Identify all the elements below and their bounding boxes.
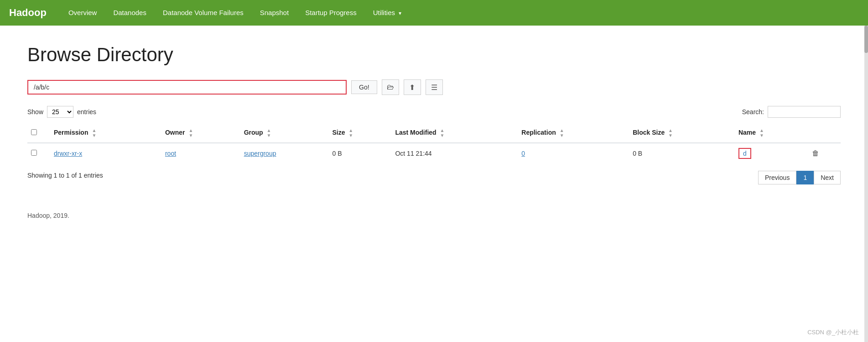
row-replication: 0 bbox=[518, 143, 629, 163]
permission-sort-arrows: ▲▼ bbox=[92, 128, 96, 138]
row-owner: root bbox=[161, 143, 240, 163]
row-checkbox[interactable] bbox=[31, 150, 37, 156]
nav-item-datanodes[interactable]: Datanodes bbox=[105, 0, 155, 26]
name-sort-arrows: ▲▼ bbox=[759, 128, 764, 138]
path-input[interactable] bbox=[27, 80, 347, 95]
search-input[interactable] bbox=[768, 106, 841, 118]
replication-link[interactable]: 0 bbox=[521, 150, 525, 157]
folder-icon-button[interactable]: 🗁 bbox=[382, 79, 399, 95]
scroll-thumb[interactable] bbox=[864, 26, 868, 53]
row-last-modified: Oct 11 21:44 bbox=[391, 143, 518, 163]
select-all-checkbox[interactable] bbox=[31, 129, 37, 135]
header-permission[interactable]: Permission ▲▼ bbox=[50, 123, 161, 143]
page-1-button[interactable]: 1 bbox=[796, 171, 814, 184]
header-block-size[interactable]: Block Size ▲▼ bbox=[629, 123, 735, 143]
row-sort-cell bbox=[41, 143, 50, 163]
header-replication[interactable]: Replication ▲▼ bbox=[518, 123, 629, 143]
row-name: d bbox=[735, 143, 808, 163]
previous-button[interactable]: Previous bbox=[758, 171, 796, 184]
nav-item-utilities[interactable]: Utilities ▾ bbox=[365, 0, 401, 26]
row-permission: drwxr-xr-x bbox=[50, 143, 161, 163]
go-button[interactable]: Go! bbox=[351, 80, 377, 94]
row-group: supergroup bbox=[240, 143, 329, 163]
upload-icon: ⬆ bbox=[409, 83, 415, 92]
block-size-sort-arrows: ▲▼ bbox=[668, 128, 673, 138]
search-right: Search: bbox=[742, 106, 841, 118]
show-entries-row: Show 10 25 50 100 entries Search: bbox=[27, 106, 841, 118]
header-row: Permission ▲▼ Owner ▲▼ Group ▲▼ Size ▲▼ … bbox=[27, 123, 841, 143]
nav-item-startup-progress[interactable]: Startup Progress bbox=[297, 0, 365, 26]
nav-item-snapshot[interactable]: Snapshot bbox=[252, 0, 297, 26]
header-size[interactable]: Size ▲▼ bbox=[328, 123, 391, 143]
show-left: Show 10 25 50 100 entries bbox=[27, 106, 96, 118]
size-sort-arrows: ▲▼ bbox=[348, 128, 353, 138]
delete-icon[interactable]: 🗑 bbox=[812, 149, 819, 157]
owner-sort-arrows: ▲▼ bbox=[188, 128, 193, 138]
navbar-brand[interactable]: Hadoop bbox=[9, 7, 47, 19]
replication-sort-arrows: ▲▼ bbox=[560, 128, 564, 138]
header-checkbox-cell bbox=[27, 123, 41, 143]
header-actions bbox=[808, 123, 841, 143]
next-button[interactable]: Next bbox=[814, 171, 841, 184]
table-row: drwxr-xr-x root supergroup 0 B Oct 11 21… bbox=[27, 143, 841, 163]
showing-text: Showing 1 to 1 of 1 entries bbox=[27, 172, 103, 179]
path-row: Go! 🗁 ⬆ ☰ bbox=[27, 79, 841, 95]
group-sort-arrows: ▲▼ bbox=[267, 128, 271, 138]
header-owner[interactable]: Owner ▲▼ bbox=[161, 123, 240, 143]
owner-link[interactable]: root bbox=[165, 150, 176, 157]
header-name[interactable]: Name ▲▼ bbox=[735, 123, 808, 143]
navbar: Hadoop Overview Datanodes Datanode Volum… bbox=[0, 0, 868, 26]
folder-icon: 🗁 bbox=[387, 83, 394, 91]
table-body: drwxr-xr-x root supergroup 0 B Oct 11 21… bbox=[27, 143, 841, 163]
nav-item-overview[interactable]: Overview bbox=[60, 0, 105, 26]
footer: Hadoop, 2019. bbox=[27, 212, 841, 219]
table-header: Permission ▲▼ Owner ▲▼ Group ▲▼ Size ▲▼ … bbox=[27, 123, 841, 143]
search-label: Search: bbox=[742, 108, 764, 116]
row-size: 0 B bbox=[328, 143, 391, 163]
name-link[interactable]: d bbox=[738, 148, 751, 159]
page-title: Browse Directory bbox=[27, 44, 841, 66]
upload-icon-button[interactable]: ⬆ bbox=[404, 79, 421, 95]
permission-link[interactable]: drwxr-xr-x bbox=[54, 150, 82, 157]
group-link[interactable]: supergroup bbox=[244, 150, 276, 157]
row-block-size: 0 B bbox=[629, 143, 735, 163]
row-delete-cell: 🗑 bbox=[808, 143, 841, 163]
utilities-dropdown-arrow: ▾ bbox=[399, 10, 401, 16]
header-sort-icon bbox=[41, 123, 50, 143]
pagination-row: Showing 1 to 1 of 1 entries Previous 1 N… bbox=[27, 171, 841, 184]
directory-table: Permission ▲▼ Owner ▲▼ Group ▲▼ Size ▲▼ … bbox=[27, 123, 841, 163]
last-modified-sort-arrows: ▲▼ bbox=[440, 128, 445, 138]
pagination: Previous 1 Next bbox=[758, 171, 841, 184]
header-group[interactable]: Group ▲▼ bbox=[240, 123, 329, 143]
navbar-nav: Overview Datanodes Datanode Volume Failu… bbox=[60, 0, 401, 26]
header-last-modified[interactable]: Last Modified ▲▼ bbox=[391, 123, 518, 143]
list-icon-button[interactable]: ☰ bbox=[426, 79, 443, 95]
row-checkbox-cell bbox=[27, 143, 41, 163]
entries-select[interactable]: 10 25 50 100 bbox=[47, 106, 73, 118]
main-content: Browse Directory Go! 🗁 ⬆ ☰ Show 10 25 50… bbox=[0, 26, 868, 237]
show-label: Show bbox=[27, 108, 43, 116]
scrollbar[interactable] bbox=[864, 26, 868, 237]
entries-label: entries bbox=[77, 108, 96, 116]
list-icon: ☰ bbox=[431, 83, 437, 92]
nav-item-datanode-volume-failures[interactable]: Datanode Volume Failures bbox=[155, 0, 252, 26]
footer-text: Hadoop, 2019. bbox=[27, 212, 69, 219]
